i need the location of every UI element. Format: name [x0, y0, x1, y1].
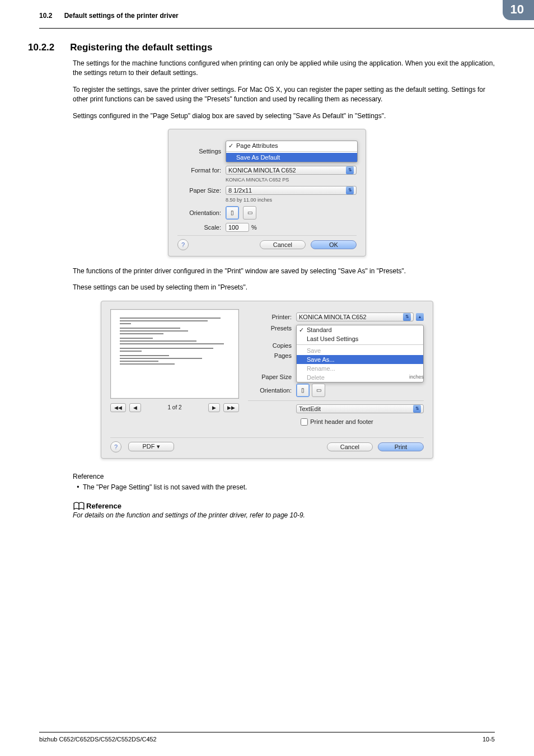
print-preview-pane: ◀◀ ◀ 1 of 2 ▶ ▶▶ [110, 309, 239, 431]
paper-size-label-2: Paper Size [248, 374, 296, 380]
reference-box-text: For details on the function and settings… [73, 511, 495, 519]
print-button[interactable]: Print [378, 442, 424, 451]
pdf-menu-button[interactable]: PDF ▾ [128, 442, 174, 451]
reference-bullet-list: The "Per Page Setting" list is not saved… [73, 483, 495, 492]
settings-option-save-as-default[interactable]: Save As Default [226, 153, 357, 162]
help-icon: ? [114, 444, 118, 450]
section-heading-title: Registering the default settings [70, 42, 212, 53]
portrait-icon: ▯ [301, 387, 305, 393]
print-header-footer-label: Print header and footer [310, 418, 373, 425]
reference-box-title: Reference [86, 502, 121, 510]
book-icon [73, 502, 83, 510]
header-section-title: Default settings of the printer driver [64, 12, 179, 20]
reference-bullet-1: The "Per Page Setting" list is not saved… [83, 483, 495, 492]
print-header-footer-checkbox[interactable] [301, 418, 308, 426]
paragraph-5: These settings can be used by selecting … [73, 283, 495, 292]
preview-next-button[interactable]: ▶ [208, 403, 220, 412]
orientation-landscape-button[interactable]: ▭ [243, 206, 256, 220]
scale-unit: % [251, 224, 257, 231]
format-for-value: KONICA MINOLTA C652 [228, 166, 296, 175]
copies-label: Copies [248, 342, 296, 349]
printer-label: Printer: [248, 314, 296, 320]
orientation-portrait-button[interactable]: ▯ [226, 206, 239, 220]
presets-option-delete[interactable]: Delete [297, 373, 423, 382]
header-left: 10.2 Default settings of the printer dri… [39, 12, 179, 20]
paragraph-1: The settings for the machine functions c… [73, 59, 495, 78]
help-button[interactable]: ? [177, 239, 189, 250]
reference-box-heading: Reference [73, 502, 495, 510]
preview-prev-button[interactable]: ◀ [129, 403, 141, 412]
dialog-divider [248, 400, 424, 401]
scale-label: Scale: [177, 224, 226, 231]
printer-value: KONICA MINOLTA C652 [299, 312, 367, 321]
ok-button[interactable]: OK [311, 240, 357, 249]
presets-option-last-used[interactable]: Last Used Settings [297, 334, 423, 343]
dropdown-separator [297, 344, 423, 345]
portrait-icon: ▯ [231, 209, 234, 216]
orientation-portrait-button-2[interactable]: ▯ [296, 384, 310, 397]
format-for-subtext: KONICA MINOLTA C652 PS [226, 177, 357, 183]
printer-select[interactable]: KONICA MINOLTA C652 ⇅ [296, 312, 414, 321]
panel-value: TextEdit [299, 404, 321, 413]
orientation-label-2: Orientation: [248, 387, 296, 394]
landscape-icon: ▭ [316, 387, 321, 393]
page-header: 10.2 Default settings of the printer dri… [39, 0, 534, 29]
page-footer: bizhub C652/C652DS/C552/C552DS/C452 10-5 [39, 732, 495, 743]
header-chapter-number: 10 [510, 2, 524, 16]
format-for-select[interactable]: KONICA MINOLTA C652 ⇅ [226, 166, 357, 175]
presets-dropdown-open[interactable]: Standard Last Used Settings Save Save As… [296, 325, 424, 382]
dialog-divider [110, 437, 424, 438]
pages-label: Pages [248, 352, 296, 359]
preview-first-button[interactable]: ◀◀ [110, 403, 126, 412]
orientation-label: Orientation: [177, 209, 226, 216]
dialog-divider [177, 235, 357, 236]
printer-status-icon[interactable]: ▴ [416, 313, 424, 321]
dropdown-separator [226, 151, 357, 152]
paragraph-4: The functions of the printer driver conf… [73, 267, 495, 276]
presets-option-save[interactable]: Save [297, 346, 423, 355]
paragraph-3: Settings configured in the "Page Setup" … [73, 111, 495, 121]
paragraph-2: To register the settings, save the print… [73, 85, 495, 105]
footer-model: bizhub C652/C652DS/C552/C552DS/C452 [39, 736, 157, 743]
preview-nav: ◀◀ ◀ 1 of 2 ▶ ▶▶ [110, 403, 239, 412]
cancel-button-2[interactable]: Cancel [327, 442, 373, 451]
settings-dropdown-open[interactable]: Page Attributes Save As Default [226, 141, 358, 162]
cancel-button[interactable]: Cancel [260, 240, 306, 249]
scale-input[interactable] [226, 223, 249, 232]
presets-label: Presets [248, 325, 296, 332]
presets-option-rename[interactable]: Rename... [297, 364, 423, 373]
settings-option-page-attributes[interactable]: Page Attributes [226, 141, 357, 150]
chevron-updown-icon: ⇅ [346, 186, 354, 194]
orientation-landscape-button-2[interactable]: ▭ [312, 384, 325, 397]
preview-last-button[interactable]: ▶▶ [223, 403, 239, 412]
presets-option-save-as[interactable]: Save As... [297, 355, 423, 364]
settings-label: Settings [177, 148, 226, 155]
paper-size-label: Paper Size: [177, 187, 226, 194]
panel-select[interactable]: TextEdit ⇅ [296, 404, 424, 413]
print-preview-page [110, 309, 239, 399]
help-button-2[interactable]: ? [110, 441, 121, 452]
footer-page-number: 10-5 [483, 736, 495, 743]
header-section-number: 10.2 [39, 12, 52, 20]
format-for-label: Format for: [177, 167, 226, 174]
presets-option-standard[interactable]: Standard [297, 325, 423, 334]
chevron-updown-icon: ⇅ [403, 313, 411, 321]
section-heading: 10.2.2 Registering the default settings [28, 42, 495, 53]
paper-size-select[interactable]: 8 1/2x11 ⇅ [226, 186, 357, 195]
section-heading-number: 10.2.2 [28, 42, 54, 53]
print-dialog: ◀◀ ◀ 1 of 2 ▶ ▶▶ Printer: KONICA MINOLTA… [101, 301, 433, 459]
landscape-icon: ▭ [247, 209, 252, 216]
paper-size-value: 8 1/2x11 [228, 186, 252, 195]
page-setup-dialog: Settings Page Attributes Save As Default… [168, 129, 366, 256]
help-icon: ? [181, 241, 185, 248]
paper-size-subtext: 8.50 by 11.00 inches [226, 197, 357, 203]
chevron-updown-icon: ⇅ [346, 166, 354, 174]
reference-heading-plain: Reference [73, 472, 495, 482]
header-chapter-tab: 10 [503, 0, 534, 20]
chevron-updown-icon: ⇅ [413, 405, 421, 413]
preview-page-counter: 1 of 2 [144, 404, 205, 410]
